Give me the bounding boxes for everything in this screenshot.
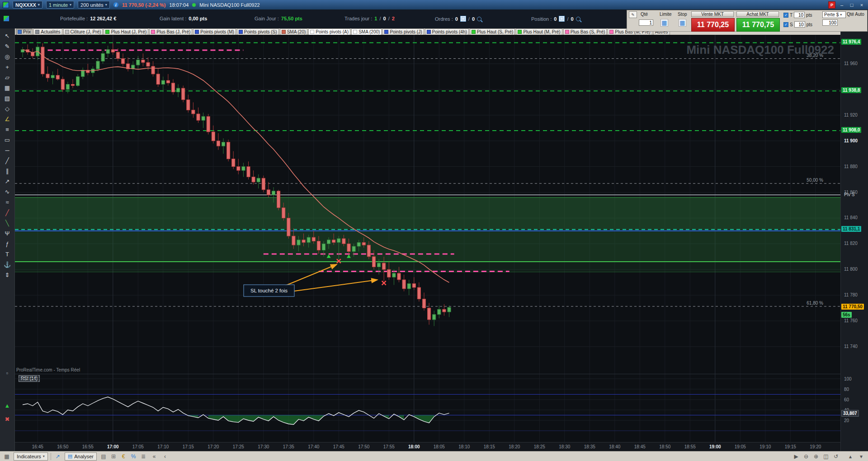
workspace-grid-icon[interactable]: ▦ [3,453,11,460]
buy-market-button[interactable]: 11 770,75 [736,18,780,32]
axis-scroll-up-icon[interactable]: ▴ [846,453,854,460]
info-icon[interactable]: i [113,2,118,7]
position-search-icon[interactable] [576,17,580,21]
orders-list-icon[interactable] [460,16,466,22]
tab-points-pivots-a[interactable]: Points pivots (A) [308,28,350,35]
tab-prix[interactable]: Prix [16,28,33,35]
limit-order-icon[interactable]: ▦ [660,19,668,27]
tab-sma-200[interactable]: SMA (200) [351,28,382,35]
time-label: 17:00 [104,444,122,449]
zoom-tool-icon[interactable]: ◎ [1,52,13,61]
zoom-in-icon[interactable]: ⊕ [812,453,820,460]
rsi-pane[interactable] [15,374,840,442]
tab-sma-20[interactable]: SMA (20) [280,28,308,35]
indicators-button[interactable]: Indicateurs ▾ [14,452,48,461]
buy-mkt-header[interactable]: Achat MKT [736,11,779,17]
grid2-icon[interactable]: ⊞ [109,453,118,460]
rsi-pane-toggle-icon[interactable]: ▫ [1,368,13,377]
euro-icon[interactable]: € [119,453,127,460]
scroll-fast-left-icon[interactable]: « [150,453,158,460]
list-icon[interactable]: ≣ [139,453,147,460]
11-976-4-chip: 11 976,4 [841,39,861,45]
anchor-tool-icon[interactable]: ⚓ [1,260,13,269]
green-line-tool-icon[interactable]: ╲ [1,218,13,227]
red-line-tool-icon[interactable]: ╱ [1,208,13,217]
report-icon[interactable]: ▤ [99,453,108,460]
reset-view-icon[interactable]: ↺ [832,453,840,460]
timeframe-selector[interactable]: 1 minute▾ [46,1,74,9]
analyze-button[interactable]: ▤ Analyser [65,452,97,461]
move-tool-icon[interactable]: + [1,62,13,71]
axis-scroll-down-icon[interactable]: ▾ [857,453,865,460]
updown-tool-icon[interactable]: ⇕ [1,270,13,279]
arrow-tool-icon[interactable]: ↗ [1,177,13,186]
time-label: 17:20 [204,444,222,449]
function-tool-icon[interactable]: ƒ [1,239,13,248]
zoom-out-icon[interactable]: ⊖ [802,453,810,460]
grid-tool-icon[interactable]: ▦ [1,83,13,92]
stop-order-icon[interactable]: ▦ [679,19,686,27]
rectangle-tool-icon[interactable]: ▭ [1,135,13,144]
text-tool-icon[interactable]: T [1,249,13,259]
analyze-icon: ▤ [68,453,72,459]
tab-points-pivots-j[interactable]: Points pivots (J) [382,28,424,35]
cursor-icon[interactable]: ↖ [1,31,13,40]
orders-count: 0 [455,16,458,22]
price-chart[interactable]: 38,20 %50,00 %61,80 %Mini NASDAQ100 Full… [15,35,840,374]
tab-color-icon [427,30,431,34]
tab-plus-haut-s-pr[interactable]: Plus Haut (S, Pré) [470,28,515,35]
time-axis[interactable]: 16:4516:5016:5517:0017:0517:1017:1517:20… [15,442,840,451]
long-marker-icon[interactable]: ▲ [1,401,13,410]
shapes-tool-icon[interactable]: ◇ [1,104,13,113]
sell-mkt-header[interactable]: Vente MKT [691,11,734,17]
svg-text:SL touché 2 fois: SL touché 2 fois [250,288,288,293]
position-list-icon[interactable] [559,16,565,22]
close-button[interactable]: × [858,2,865,8]
tab-points-pivots-4h[interactable]: Points pivots (4h) [425,28,469,35]
11-938-8-chip: 11 938,8 [841,87,861,93]
loss-mode-select[interactable]: Perte $▾ [822,11,846,18]
horizontal-line-tool-icon[interactable]: ─ [1,146,13,155]
price-axis[interactable]: 11 96011 94011 92011 90011 88011 86011 8… [840,28,868,451]
zoom-select-icon[interactable]: ◫ [822,453,830,460]
eraser-icon[interactable]: ▱ [1,73,13,82]
pencil-icon[interactable]: ✎ [1,42,13,51]
wave-tool-icon[interactable]: ≈ [1,198,13,207]
tab-plus-haut-j-pr[interactable]: Plus Haut (J, Pré) [104,28,148,35]
tab-points-pivots-s[interactable]: Points pivots (S) [237,28,279,35]
pitchfork-tool-icon[interactable]: Ψ [1,229,13,238]
fibonacci-tool-icon[interactable]: ≡ [1,125,13,134]
stoploss-points-input[interactable] [794,21,805,28]
channel-tool-icon[interactable]: ∥ [1,166,13,175]
order-tools-icon[interactable]: ✎ [629,11,637,18]
tab-plus-bas-s-pr[interactable]: Plus Bas (S, Pré) [563,28,607,35]
scroll-left-icon[interactable]: ‹ [161,453,169,460]
qty-input[interactable] [639,19,653,26]
trades-label: Trades jour : [344,16,372,21]
tab-cl-ture-j-pr[interactable]: Clôture (J, Pré) [63,28,103,35]
sell-market-button[interactable]: 11 770,25 [691,18,735,32]
tab-plus-haut-m-pr[interactable]: Plus Haut (M, Pré) [516,28,562,35]
measure-tool-icon[interactable]: ∠ [1,114,13,123]
target-checkbox[interactable]: ✓ [783,13,788,18]
platform-credit: ProRealTime.com - Temps Réel [16,367,80,372]
restore-button[interactable]: □ [848,2,855,8]
target-points-input[interactable] [794,12,805,18]
qty-auto-input[interactable] [822,19,838,26]
units-selector[interactable]: 200 unités▾ [78,1,110,9]
pattern-tool-icon[interactable]: ▧ [1,94,13,103]
curve-tool-icon[interactable]: ∿ [1,187,13,196]
orders-search-icon[interactable] [477,17,481,21]
tab-plus-bas-j-pr[interactable]: Plus Bas (J, Pré) [149,28,192,35]
close-position-icon[interactable]: ✖ [1,414,13,423]
instrument-selector[interactable]: NQXXXX▾ [13,1,42,9]
tab-points-pivots-m[interactable]: Points pivots (M) [193,28,236,35]
tab-actualit-s[interactable]: Actualités [33,28,62,35]
play-icon[interactable]: ▶ [792,453,800,460]
stoploss-checkbox[interactable]: ✓ [783,22,788,27]
tab-color-icon [310,30,314,34]
trendline-tool-icon[interactable]: ╱ [1,156,13,165]
minimize-button[interactable]: – [838,2,845,8]
share-icon[interactable]: ↗ [54,453,62,460]
percent-icon[interactable]: % [129,453,137,460]
